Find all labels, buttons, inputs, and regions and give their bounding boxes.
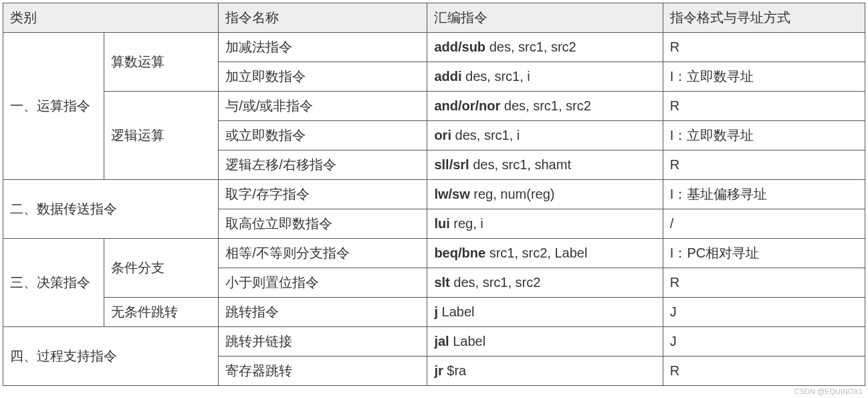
format-cell: R — [663, 268, 865, 298]
asm-bold: jal — [434, 334, 449, 349]
asm-cell: ori des, src1, i — [427, 121, 663, 151]
format-cell: R — [663, 151, 865, 180]
subcategory-cell: 无条件跳转 — [104, 298, 219, 327]
asm-cell: slt des, src1, src2 — [427, 268, 663, 298]
asm-cell: addi des, src1, i — [427, 62, 663, 92]
asm-cell: lw/sw reg, num(reg) — [427, 180, 663, 209]
table-row: 无条件跳转 跳转指令 j Label J — [3, 298, 865, 327]
asm-rest: des, src1, src2 — [485, 39, 576, 54]
asm-rest: $ra — [443, 363, 466, 378]
asm-rest: src1, src2, Label — [485, 245, 587, 260]
category-cell: 三、决策指令 — [3, 239, 104, 327]
asm-cell: j Label — [427, 298, 663, 327]
format-cell: I：基址偏移寻址 — [663, 180, 865, 209]
asm-rest: Label — [438, 304, 475, 319]
name-cell: 加立即数指令 — [219, 62, 427, 92]
table-row: 二、数据传送指令 取字/存字指令 lw/sw reg, num(reg) I：基… — [3, 180, 865, 209]
table-row: 逻辑运算 与/或/或非指令 and/or/nor des, src1, src2… — [3, 92, 865, 121]
asm-bold: add/sub — [434, 39, 485, 54]
category-cell: 二、数据传送指令 — [3, 180, 219, 239]
asm-bold: lui — [434, 216, 449, 231]
format-cell: I：立即数寻址 — [663, 121, 865, 151]
subcategory-cell: 条件分支 — [104, 239, 219, 298]
name-cell: 小于则置位指令 — [219, 268, 427, 298]
asm-cell: jr $ra — [427, 357, 663, 386]
format-cell: R — [663, 92, 865, 121]
table-row: 一、运算指令 算数运算 加减法指令 add/sub des, src1, src… — [3, 33, 865, 62]
format-cell: I：PC相对寻址 — [663, 239, 865, 268]
name-cell: 跳转指令 — [219, 298, 427, 327]
asm-cell: lui reg, i — [427, 209, 663, 239]
format-cell: J — [663, 327, 865, 357]
watermark-text: CSDN @EQUINOX1 — [794, 387, 863, 389]
category-cell: 四、过程支持指令 — [3, 327, 219, 386]
name-cell: 加减法指令 — [219, 33, 427, 62]
asm-bold: addi — [434, 69, 461, 84]
table-row: 三、决策指令 条件分支 相等/不等则分支指令 beq/bne src1, src… — [3, 239, 865, 268]
category-cell: 一、运算指令 — [3, 33, 104, 180]
name-cell: 逻辑左移/右移指令 — [219, 151, 427, 180]
header-asm: 汇编指令 — [427, 3, 663, 33]
asm-rest: des, src1, src2 — [450, 275, 541, 290]
format-cell: J — [663, 298, 865, 327]
name-cell: 或立即数指令 — [219, 121, 427, 151]
asm-bold: and/or/nor — [434, 98, 500, 113]
asm-rest: des, src1, i — [462, 69, 530, 84]
format-cell: / — [663, 209, 865, 239]
format-cell: I：立即数寻址 — [663, 62, 865, 92]
name-cell: 取字/存字指令 — [219, 180, 427, 209]
format-cell: R — [663, 357, 865, 386]
asm-cell: jal Label — [427, 327, 663, 357]
asm-rest: reg, i — [450, 216, 483, 231]
asm-bold: lw/sw — [434, 187, 469, 201]
table-row: 四、过程支持指令 跳转并链接 jal Label J — [3, 327, 865, 357]
subcategory-cell: 逻辑运算 — [104, 92, 219, 180]
name-cell: 寄存器跳转 — [219, 357, 427, 386]
asm-cell: and/or/nor des, src1, src2 — [427, 92, 663, 121]
name-cell: 与/或/或非指令 — [219, 92, 427, 121]
table-header-row: 类别 指令名称 汇编指令 指令格式与寻址方式 — [3, 3, 865, 33]
asm-rest: des, src1, i — [451, 128, 520, 142]
header-category: 类别 — [3, 3, 219, 33]
asm-rest: Label — [449, 334, 486, 349]
subcategory-cell: 算数运算 — [104, 33, 219, 92]
asm-bold: jr — [434, 363, 443, 378]
asm-cell: add/sub des, src1, src2 — [427, 33, 663, 62]
asm-cell: sll/srl des, src1, shamt — [427, 151, 663, 180]
name-cell: 取高位立即数指令 — [219, 209, 427, 239]
asm-bold: beq/bne — [434, 245, 485, 260]
name-cell: 相等/不等则分支指令 — [219, 239, 427, 268]
asm-rest: des, src1, shamt — [469, 157, 571, 172]
asm-bold: ori — [434, 128, 451, 142]
header-format: 指令格式与寻址方式 — [663, 3, 865, 33]
asm-bold: sll/srl — [434, 157, 469, 172]
header-name: 指令名称 — [219, 3, 427, 33]
asm-cell: beq/bne src1, src2, Label — [427, 239, 663, 268]
asm-bold: slt — [434, 275, 449, 290]
asm-rest: reg, num(reg) — [470, 187, 555, 201]
asm-rest: des, src1, src2 — [500, 98, 591, 113]
format-cell: R — [663, 33, 865, 62]
instruction-table: 类别 指令名称 汇编指令 指令格式与寻址方式 一、运算指令 算数运算 加减法指令… — [3, 3, 865, 386]
name-cell: 跳转并链接 — [219, 327, 427, 357]
